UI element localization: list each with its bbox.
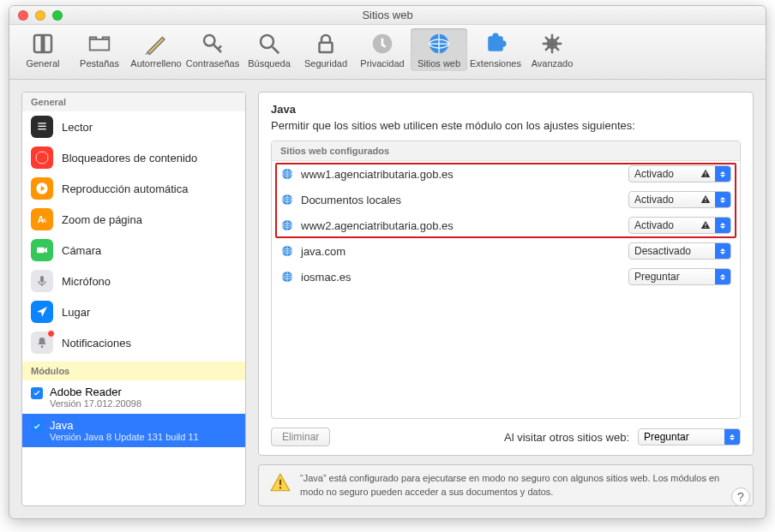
sidebar-item-label: Bloqueadores de contenido xyxy=(62,152,197,164)
site-permission-value: Activado xyxy=(634,219,674,231)
warning-icon xyxy=(700,168,712,180)
lugar-icon xyxy=(31,301,53,323)
module-item-java[interactable]: JavaVersión Java 8 Update 131 build 11 xyxy=(22,414,245,447)
sidebar-item-lugar[interactable]: Lugar xyxy=(22,296,245,327)
toolbar-contrasenas[interactable]: Contraseñas xyxy=(184,28,241,71)
main-panel: Java Permitir que los sitios web utilice… xyxy=(258,92,754,506)
window-title: Sitios web xyxy=(9,9,766,21)
remove-button[interactable]: Eliminar xyxy=(271,427,330,446)
toolbar-label: Seguridad xyxy=(304,58,347,69)
toolbar-busqueda[interactable]: Búsqueda xyxy=(241,28,297,71)
autorrelleno-icon xyxy=(143,31,169,57)
sidebar: General LectorBloqueadores de contenidoR… xyxy=(21,92,246,506)
globe-icon xyxy=(280,270,294,284)
sidebar-item-label: Zoom de página xyxy=(62,213,142,226)
site-permission-dropdown[interactable]: Activado xyxy=(628,217,731,234)
module-checkbox[interactable] xyxy=(31,387,43,399)
site-row[interactable]: www2.agenciatributaria.gob.es Activado xyxy=(272,212,740,238)
sidebar-item-label: Reproducción automática xyxy=(62,182,188,195)
sidebar-item-camara[interactable]: Cámara xyxy=(22,235,245,266)
toolbar-pestanas[interactable]: Pestañas xyxy=(71,28,128,71)
warning-icon xyxy=(269,472,291,494)
extensiones-icon xyxy=(483,31,508,57)
toolbar-label: Sitios web xyxy=(418,58,460,69)
site-row[interactable]: java.com Desactivado xyxy=(272,238,740,264)
sidebar-item-lector[interactable]: Lector xyxy=(22,111,245,142)
other-sites-value: Preguntar xyxy=(644,431,689,443)
warning-bar: “Java” está configurado para ejecutarse … xyxy=(258,464,754,506)
svg-text:A: A xyxy=(43,218,47,224)
panel-footer: Eliminar Al visitar otros sitios web: Pr… xyxy=(271,427,741,446)
svg-point-11 xyxy=(500,40,507,47)
toolbar-general[interactable]: General xyxy=(15,28,71,71)
avanzado-icon xyxy=(539,31,565,57)
toolbar-autorrelleno[interactable]: Autorrelleno xyxy=(128,28,184,71)
toolbar-label: Autorrelleno xyxy=(130,58,181,69)
toolbar-sitiosweb[interactable]: Sitios web xyxy=(411,28,467,71)
svg-rect-5 xyxy=(320,43,333,52)
notificaciones-icon xyxy=(31,332,53,354)
toolbar-label: Avanzado xyxy=(532,58,574,69)
content-area: General LectorBloqueadores de contenidoR… xyxy=(9,80,766,518)
svg-rect-23 xyxy=(38,129,45,129)
toolbar-label: General xyxy=(26,58,59,69)
site-permission-value: Desactivado xyxy=(634,245,691,257)
sidebar-item-reproduccion[interactable]: Reproducción automática xyxy=(22,173,245,204)
toolbar-privacidad[interactable]: Privacidad xyxy=(354,28,411,71)
svg-point-4 xyxy=(261,35,273,48)
site-row[interactable]: www1.agenciatributaria.gob.es Activado xyxy=(272,161,740,187)
site-permission-dropdown[interactable]: Activado xyxy=(628,165,731,182)
help-button[interactable]: ? xyxy=(731,487,750,506)
sidebar-item-microfono[interactable]: Micrófono xyxy=(22,266,245,296)
site-row[interactable]: iosmac.es Preguntar xyxy=(272,264,740,290)
globe-icon xyxy=(280,244,294,258)
svg-rect-29 xyxy=(37,248,45,254)
sidebar-item-zoom[interactable]: AAZoom de página xyxy=(22,204,245,235)
sites-list-header: Sitios web configurados xyxy=(272,141,740,161)
svg-rect-44 xyxy=(705,224,706,226)
svg-point-10 xyxy=(492,33,499,40)
globe-icon xyxy=(280,218,294,232)
panel-title: Java xyxy=(271,103,741,116)
other-sites-dropdown[interactable]: Preguntar xyxy=(638,428,741,445)
svg-rect-41 xyxy=(705,201,706,202)
svg-rect-31 xyxy=(40,276,44,283)
sidebar-item-notificaciones[interactable]: Notificaciones xyxy=(22,327,245,358)
toolbar-extensiones[interactable]: Extensiones xyxy=(467,28,524,71)
module-checkbox[interactable] xyxy=(31,421,43,433)
preferences-window: Sitios web GeneralPestañasAutorrellenoCo… xyxy=(9,5,766,519)
titlebar: Sitios web xyxy=(9,6,766,25)
sidebar-item-bloqueadores[interactable]: Bloqueadores de contenido xyxy=(22,142,245,173)
toolbar-label: Extensiones xyxy=(470,58,521,69)
microfono-icon xyxy=(31,270,53,292)
site-name: java.com xyxy=(301,245,622,258)
sitiosweb-icon xyxy=(426,31,452,57)
svg-marker-30 xyxy=(45,248,47,254)
svg-rect-51 xyxy=(279,487,281,489)
site-name: Documentos locales xyxy=(301,194,622,206)
seguridad-icon xyxy=(313,31,339,57)
module-title: Adobe Reader xyxy=(50,386,141,398)
sidebar-item-label: Lector xyxy=(62,121,93,134)
sites-list-body: www1.agenciatributaria.gob.es Activado D… xyxy=(272,161,740,290)
privacidad-icon xyxy=(369,31,395,57)
module-title: Java xyxy=(50,419,199,432)
site-permission-value: Activado xyxy=(634,194,674,206)
site-row[interactable]: Documentos locales Activado xyxy=(272,187,740,212)
warning-icon xyxy=(700,194,712,206)
toolbar-seguridad[interactable]: Seguridad xyxy=(297,28,354,71)
sidebar-section-modules: Módulos xyxy=(22,362,245,380)
site-permission-dropdown[interactable]: Preguntar xyxy=(628,268,731,285)
toolbar-label: Privacidad xyxy=(360,58,404,69)
module-item-adobe[interactable]: Adobe ReaderVersión 17.012.20098 xyxy=(22,380,245,414)
sidebar-section-general: General xyxy=(22,93,245,111)
site-permission-dropdown[interactable]: Desactivado xyxy=(628,242,731,260)
bloqueadores-icon xyxy=(31,146,53,169)
toolbar-label: Pestañas xyxy=(80,58,119,69)
svg-rect-36 xyxy=(705,172,706,175)
toolbar-avanzado[interactable]: Avanzado xyxy=(524,28,580,71)
sidebar-item-label: Cámara xyxy=(62,244,101,257)
globe-icon xyxy=(280,167,294,181)
site-permission-dropdown[interactable]: Activado xyxy=(628,191,731,208)
site-name: www1.agenciatributaria.gob.es xyxy=(301,168,622,181)
